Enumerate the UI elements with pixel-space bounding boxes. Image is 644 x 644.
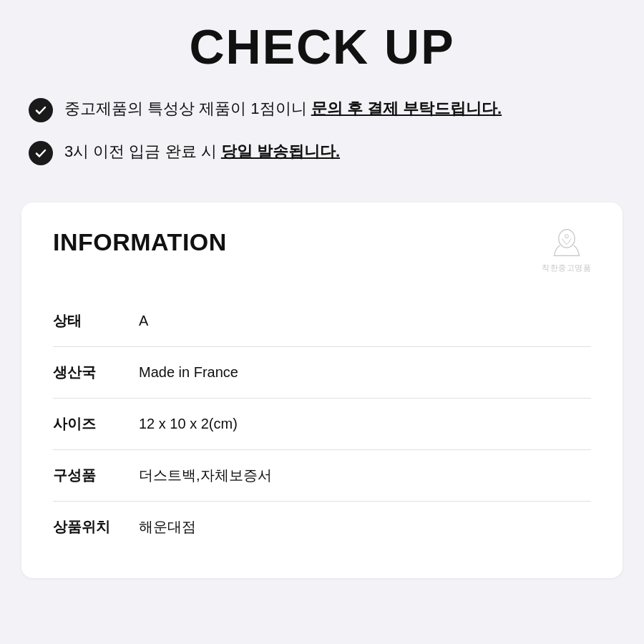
info-row-status: 상태 A bbox=[53, 296, 591, 347]
info-header: INFORMATION 착한중고명품 bbox=[53, 228, 591, 273]
main-title: CHECK UP bbox=[29, 20, 615, 74]
label-location: 상품위치 bbox=[53, 517, 139, 537]
info-row-origin: 생산국 Made in France bbox=[53, 347, 591, 399]
brand-name: 착한중고명품 bbox=[542, 263, 591, 273]
label-status: 상태 bbox=[53, 311, 139, 331]
value-origin: Made in France bbox=[139, 364, 238, 381]
info-section: INFORMATION 착한중고명품 상태 A 생산국 Made in Fran… bbox=[0, 188, 644, 607]
svg-point-1 bbox=[565, 235, 568, 238]
value-contents: 더스트백,자체보증서 bbox=[139, 466, 272, 485]
label-size: 사이즈 bbox=[53, 414, 139, 434]
value-location: 해운대점 bbox=[139, 517, 196, 537]
info-title: INFORMATION bbox=[53, 228, 227, 256]
value-size: 12 x 10 x 2(cm) bbox=[139, 416, 238, 432]
brand-logo: 착한중고명품 bbox=[542, 228, 591, 273]
checklist-item-2: 3시 이전 입금 완료 시 당일 발송됩니다. bbox=[29, 140, 615, 165]
checklist: 중고제품의 특성상 제품이 1점이니 문의 후 결제 부탁드립니다. 3시 이전… bbox=[29, 97, 615, 165]
info-card: INFORMATION 착한중고명품 상태 A 생산국 Made in Fran… bbox=[21, 203, 623, 578]
info-rows: 상태 A 생산국 Made in France 사이즈 12 x 10 x 2(… bbox=[53, 296, 591, 552]
check-icon-1 bbox=[29, 98, 53, 122]
checklist-text-2: 3시 이전 입금 완료 시 당일 발송됩니다. bbox=[64, 140, 340, 163]
info-row-size: 사이즈 12 x 10 x 2(cm) bbox=[53, 399, 591, 450]
label-contents: 구성품 bbox=[53, 466, 139, 485]
check-icon-2 bbox=[29, 141, 53, 165]
info-row-contents: 구성품 더스트백,자체보증서 bbox=[53, 450, 591, 502]
label-origin: 생산국 bbox=[53, 363, 139, 382]
svg-point-0 bbox=[558, 229, 574, 248]
brand-logo-icon bbox=[550, 228, 584, 260]
checklist-text-1: 중고제품의 특성상 제품이 1점이니 문의 후 결제 부탁드립니다. bbox=[64, 97, 502, 120]
value-status: A bbox=[139, 313, 148, 329]
checklist-item-1: 중고제품의 특성상 제품이 1점이니 문의 후 결제 부탁드립니다. bbox=[29, 97, 615, 122]
header-section: CHECK UP 중고제품의 특성상 제품이 1점이니 문의 후 결제 부탁드립… bbox=[0, 0, 644, 188]
info-row-location: 상품위치 해운대점 bbox=[53, 502, 591, 552]
